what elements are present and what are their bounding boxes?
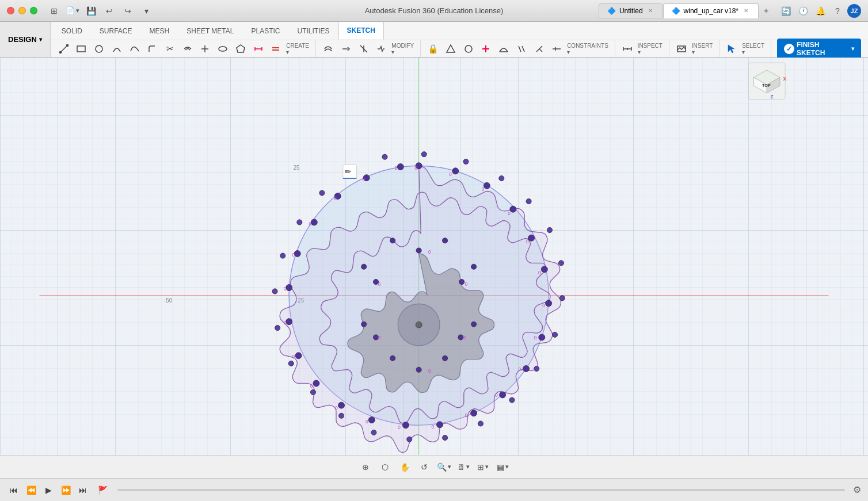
minimize-button[interactable] — [18, 7, 26, 14]
timeline-settings-icon[interactable]: ⚙ — [853, 484, 861, 495]
svg-point-40 — [452, 168, 459, 174]
nav-tab-sheet-metal[interactable]: SHEET METAL — [178, 21, 242, 40]
snap-tool[interactable]: ⬡ — [377, 459, 393, 475]
svg-point-111 — [416, 248, 421, 253]
svg-text:0: 0 — [398, 425, 401, 430]
design-label: DESIGN — [8, 35, 37, 44]
svg-text:0: 0 — [334, 196, 337, 201]
svg-point-45 — [546, 300, 552, 307]
svg-point-81 — [272, 289, 277, 294]
fillet-tool[interactable] — [143, 40, 161, 58]
grid-icon[interactable]: ⊞ — [47, 3, 62, 18]
svg-text:Z: Z — [771, 94, 774, 100]
svg-point-50 — [437, 422, 443, 428]
pan-tool[interactable]: ✋ — [397, 459, 413, 475]
next-frame-button[interactable]: ⏩ — [59, 483, 73, 497]
marker-button[interactable]: 🚩 — [96, 483, 109, 497]
nav-tab-plastic[interactable]: PLASTIC — [242, 21, 288, 40]
nav-tab-solid[interactable]: SOLID — [53, 21, 91, 40]
timeline-track[interactable] — [117, 489, 845, 491]
equal-constraint[interactable] — [267, 40, 284, 58]
previous-frame-button[interactable]: ⏪ — [24, 483, 38, 497]
tab-close-wind-up-car[interactable]: ✕ — [742, 7, 750, 15]
notification-icon[interactable]: 🔔 — [813, 3, 828, 18]
window-controls[interactable] — [7, 7, 37, 14]
user-avatar[interactable]: JZ — [847, 4, 861, 18]
tangent-constraint[interactable] — [495, 40, 512, 58]
svg-point-78 — [310, 389, 315, 395]
svg-text:0: 0 — [428, 369, 431, 374]
view-cube[interactable]: TOP X Z — [748, 63, 786, 100]
arc-tool[interactable] — [108, 40, 125, 58]
dimension-tool[interactable] — [250, 40, 267, 58]
svg-point-46 — [539, 334, 545, 341]
svg-point-68 — [558, 261, 564, 266]
tab-close-untitled[interactable]: ✕ — [646, 7, 654, 15]
svg-point-6 — [219, 47, 227, 51]
rectangle-tool[interactable] — [73, 40, 90, 58]
clock-icon[interactable]: 🕐 — [795, 3, 810, 18]
trim-tool[interactable]: ✂ — [161, 40, 178, 58]
finish-sketch-label: FINISH SKETCH — [797, 41, 849, 57]
measure-tool[interactable] — [619, 40, 636, 58]
grid-tool[interactable]: ⊞▾ — [475, 459, 491, 475]
lock-constraint[interactable]: 🔒 — [424, 40, 441, 58]
canvas-area[interactable]: -50 25 -25 — [0, 58, 868, 478]
insert-image-tool[interactable] — [673, 40, 690, 58]
tab-wind-up-car[interactable]: 🔷 wind_up_car v18* ✕ — [663, 3, 759, 18]
parallel-constraint[interactable] — [513, 40, 530, 58]
file-menu[interactable]: 📄▾ — [65, 3, 80, 18]
cross-constraint[interactable] — [478, 40, 495, 58]
new-tab-button[interactable]: ＋ — [759, 3, 774, 18]
nav-tab-sketch[interactable]: SKETCH — [338, 21, 384, 40]
design-dropdown-icon: ▾ — [39, 36, 42, 43]
collinear-constraint[interactable] — [548, 40, 565, 58]
svg-text:TOP: TOP — [762, 83, 771, 88]
last-frame-button[interactable]: ⏭ — [76, 483, 90, 497]
svg-text:0: 0 — [366, 419, 368, 424]
ellipse-tool[interactable] — [214, 40, 231, 58]
coincident-constraint[interactable] — [442, 40, 459, 58]
svg-point-74 — [443, 435, 448, 440]
polygon-tool[interactable] — [232, 40, 249, 58]
redo-button[interactable]: ↪ — [120, 3, 135, 18]
tab-untitled[interactable]: 🔷 Untitled ✕ — [599, 3, 663, 18]
sketch-display-tool[interactable]: ▦▾ — [494, 459, 511, 475]
break-tool[interactable] — [373, 40, 390, 58]
undo-dropdown[interactable]: ▾ — [139, 3, 154, 18]
cursor-tool[interactable]: ⊕ — [357, 459, 374, 475]
spline-tool[interactable] — [126, 40, 143, 58]
close-button[interactable] — [7, 7, 14, 14]
nav-tab-surface[interactable]: SURFACE — [91, 21, 141, 40]
offset-modify-tool[interactable] — [319, 40, 337, 58]
zoom-tool[interactable]: 🔍▾ — [436, 459, 452, 475]
svg-point-56 — [286, 319, 292, 325]
extend-tool[interactable] — [337, 40, 355, 58]
maximize-button[interactable] — [30, 7, 37, 14]
line-tool[interactable] — [55, 40, 73, 58]
offset-tool[interactable] — [179, 40, 196, 58]
save-button[interactable]: 💾 — [83, 3, 98, 18]
undo-button[interactable]: ↩ — [102, 3, 117, 18]
circle-tool[interactable] — [90, 40, 108, 58]
svg-point-43 — [528, 235, 535, 241]
select-tool[interactable] — [723, 40, 740, 58]
help-icon[interactable]: ? — [830, 3, 845, 18]
perpendicular-constraint[interactable] — [531, 40, 548, 58]
finish-sketch-button[interactable]: ✓ FINISH SKETCH ▾ — [777, 39, 861, 59]
orbit-tool[interactable]: ↺ — [416, 459, 432, 475]
display-mode-tool[interactable]: 🖥▾ — [455, 459, 471, 475]
nav-tab-mesh[interactable]: MESH — [141, 21, 178, 40]
project-tool[interactable] — [355, 40, 372, 58]
nav-tab-utilities[interactable]: UTILITIES — [288, 21, 338, 40]
design-menu[interactable]: DESIGN ▾ — [0, 22, 51, 57]
first-frame-button[interactable]: ⏮ — [7, 483, 21, 497]
circle-constraint[interactable] — [460, 40, 477, 58]
svg-text:0: 0 — [542, 303, 545, 308]
sketch-canvas[interactable]: -50 25 -25 — [0, 58, 868, 455]
pattern-tool[interactable] — [197, 40, 214, 58]
play-button[interactable]: ▶ — [41, 483, 55, 497]
sync-icon[interactable]: 🔄 — [778, 3, 793, 18]
svg-text:-50: -50 — [164, 297, 173, 304]
svg-point-80 — [275, 326, 280, 331]
